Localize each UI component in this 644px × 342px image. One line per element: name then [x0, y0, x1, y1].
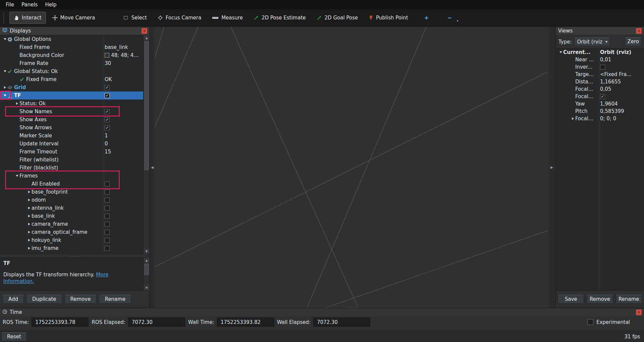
scroll-down-icon[interactable]: ▼ — [144, 249, 150, 254]
property-value[interactable]: OK — [105, 76, 112, 82]
property-value[interactable]: Orbit (rviz) — [600, 49, 631, 55]
scroll-up-icon[interactable]: ▲ — [144, 35, 150, 41]
property-value[interactable]: 30 — [105, 60, 111, 66]
tree-row-filter-whitelist-[interactable]: Filter (whitelist) — [0, 156, 143, 164]
tree-row-show-arrows[interactable]: Show Arrows✓ — [0, 124, 143, 132]
expander-closed-icon[interactable] — [27, 207, 32, 209]
expander-closed-icon[interactable] — [27, 191, 32, 193]
checkbox-unchecked[interactable] — [105, 222, 110, 227]
tree-row-grid[interactable]: Grid✓ — [0, 83, 143, 91]
tree-row-targe-[interactable]: Targe...<Fixed Fra... — [556, 71, 644, 78]
expander-closed-icon[interactable] — [27, 239, 32, 242]
menu-help[interactable]: Help — [41, 1, 60, 9]
expander-closed-icon[interactable] — [3, 86, 7, 89]
expander-closed-icon[interactable] — [27, 215, 32, 217]
add-tool-button[interactable] — [421, 12, 432, 23]
viewport-3d[interactable]: ...... — [155, 27, 548, 308]
displays-close-button[interactable]: ✕ — [142, 28, 147, 34]
checkbox-unchecked[interactable] — [105, 238, 110, 243]
expander-closed-icon[interactable] — [27, 199, 32, 201]
tree-row-frame-rate[interactable]: Frame Rate30 — [0, 59, 143, 67]
expander-open-icon[interactable] — [3, 94, 7, 96]
menu-file[interactable]: File — [2, 1, 18, 9]
views-rename-button[interactable]: Rename — [616, 295, 642, 304]
interact-tool[interactable]: Interact — [9, 12, 46, 24]
expander-closed-icon[interactable] — [27, 231, 32, 233]
time-field-value[interactable]: 1752253393.82 — [217, 318, 274, 327]
tree-row-tf[interactable]: TF✓ — [0, 91, 143, 99]
tree-row-show-axes[interactable]: Show Axes✓ — [0, 116, 143, 124]
displays-add-button[interactable]: Add — [3, 295, 24, 304]
expander-closed-icon[interactable] — [15, 102, 19, 105]
checkbox-unchecked[interactable] — [105, 230, 110, 235]
checkbox-unchecked[interactable] — [105, 206, 110, 211]
remove-tool-button[interactable]: ▾ — [444, 12, 455, 23]
tree-row-frame-timeout[interactable]: Frame Timeout15 — [0, 148, 143, 156]
measure-tool[interactable]: Measure — [208, 12, 247, 24]
zero-button[interactable]: Zero — [625, 37, 641, 46]
property-value[interactable]: 1,9604 — [600, 101, 618, 107]
checkbox-unchecked[interactable] — [105, 246, 110, 251]
checkbox-unchecked[interactable] — [105, 182, 110, 187]
right-panel-splitter[interactable]: ▶ — [548, 27, 555, 308]
checkbox-unchecked[interactable] — [105, 198, 110, 203]
displays-duplicate-button[interactable]: Duplicate — [26, 295, 62, 304]
checkbox-checked[interactable]: ✓ — [105, 109, 110, 114]
property-value[interactable]: 0; 0; 0 — [600, 116, 616, 122]
tree-row-pitch[interactable]: Pitch0,585399 — [556, 108, 644, 115]
move-camera-tool[interactable]: Move Camera — [48, 12, 100, 24]
property-value[interactable]: <Fixed Fra... — [600, 71, 631, 77]
tree-row-background-color[interactable]: Background Color48; 48; 4... — [0, 51, 143, 59]
tree-row-near-[interactable]: Near ...0,01 — [556, 56, 644, 63]
tree-row-show-names[interactable]: Show Names✓ — [0, 108, 143, 116]
expander-closed-icon[interactable] — [27, 247, 32, 250]
time-field-value[interactable]: 7072.30 — [128, 318, 185, 327]
scroll-thumb[interactable] — [144, 41, 149, 170]
views-save-button[interactable]: Save — [558, 295, 584, 304]
expander-closed-icon[interactable] — [27, 223, 32, 225]
property-value[interactable]: 0 — [105, 141, 108, 147]
scroll-track[interactable] — [144, 41, 150, 249]
scroll-track[interactable] — [144, 263, 150, 285]
publish-point-tool[interactable]: Publish Point — [364, 12, 412, 24]
checkbox-unchecked[interactable] — [600, 65, 605, 70]
tree-row-dista-[interactable]: Dista...1,16655 — [556, 78, 644, 85]
views-remove-button[interactable]: Remove — [587, 295, 613, 304]
view-type-dropdown[interactable]: Orbit (rviz ▼ — [574, 38, 610, 46]
tree-row-base-footprint[interactable]: base_footprint — [0, 188, 143, 196]
tree-row-frames[interactable]: Frames — [0, 172, 143, 180]
expander-open-icon[interactable] — [3, 70, 7, 72]
tree-row-odom[interactable]: odom — [0, 196, 143, 204]
property-value[interactable]: base_link — [105, 44, 128, 50]
checkbox-unchecked[interactable] — [105, 214, 110, 219]
scroll-up-icon[interactable]: ▲ — [144, 258, 150, 263]
checkbox-unchecked[interactable] — [105, 190, 110, 195]
property-value[interactable]: 0,585399 — [600, 108, 624, 114]
views-close-button[interactable]: ✕ — [636, 28, 642, 34]
checkbox-checked[interactable]: ✓ — [105, 85, 110, 90]
property-value[interactable]: 1 — [105, 133, 108, 139]
viewport-bottom-handle[interactable]: ...... — [346, 305, 357, 307]
property-value[interactable]: 15 — [105, 149, 111, 155]
checkbox-unchecked[interactable] — [588, 319, 593, 325]
tree-row-all-enabled[interactable]: All Enabled — [0, 180, 143, 188]
property-value[interactable]: 0,05 — [600, 86, 611, 92]
time-field-value[interactable]: 7072.30 — [313, 318, 370, 327]
2d-goal-pose-tool[interactable]: 2D Goal Pose — [312, 12, 363, 24]
toolbar-drag-handle[interactable] — [3, 12, 5, 23]
tree-row-imu-frame[interactable]: imu_frame — [0, 244, 143, 252]
tree-row-camera-frame[interactable]: camera_frame — [0, 220, 143, 228]
reset-button[interactable]: Reset — [1, 332, 27, 341]
checkbox-checked[interactable]: ✓ — [105, 125, 110, 130]
tree-row-focal-[interactable]: Focal...✓ — [556, 93, 644, 100]
time-close-button[interactable]: ✕ — [636, 310, 642, 315]
collapse-left-icon[interactable]: ◀ — [151, 165, 154, 169]
displays-splitter-handle[interactable]: ...... — [0, 254, 150, 257]
tree-row-fixed-frame[interactable]: Fixed Framebase_link — [0, 43, 143, 51]
tree-row-hokuyo-link[interactable]: hokuyo_link — [0, 236, 143, 244]
tree-row-update-interval[interactable]: Update Interval0 — [0, 140, 143, 148]
chevron-down-icon[interactable]: ▾ — [457, 19, 459, 22]
collapse-right-icon[interactable]: ▶ — [550, 165, 553, 169]
left-panel-splitter[interactable]: ◀ — [150, 27, 155, 308]
property-value[interactable]: 48; 48; 4... — [111, 52, 139, 58]
